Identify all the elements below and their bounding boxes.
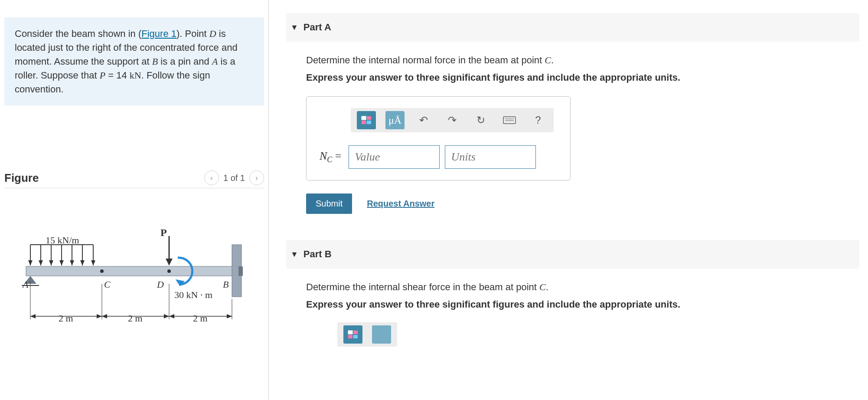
- text: is a pin and: [158, 56, 212, 67]
- part-a-prompt: Determine the internal normal force in t…: [306, 55, 859, 66]
- figure-pager: ‹ 1 of 1 ›: [204, 170, 264, 185]
- part-a-instruction: Express your answer to three significant…: [306, 72, 859, 83]
- text: ). Point: [176, 28, 209, 39]
- template-button[interactable]: [357, 111, 376, 129]
- units-input[interactable]: [445, 145, 536, 169]
- svg-marker-15: [59, 260, 64, 266]
- var-B: B: [152, 56, 158, 67]
- var-P: P: [100, 70, 105, 81]
- text: = 14: [105, 70, 130, 81]
- svg-point-6: [167, 269, 171, 273]
- svg-marker-34: [102, 314, 107, 318]
- chevron-down-icon: ▼: [290, 250, 298, 259]
- figure-title: Figure: [4, 171, 39, 185]
- special-chars-button[interactable]: μÅ: [385, 111, 405, 129]
- svg-rect-0: [26, 266, 234, 276]
- part-b-prompt: Determine the internal shear force in th…: [306, 282, 859, 293]
- svg-rect-2: [238, 266, 243, 276]
- svg-rect-41: [367, 121, 371, 124]
- pager-text: 1 of 1: [223, 173, 245, 183]
- help-button[interactable]: ?: [529, 111, 548, 129]
- svg-point-5: [100, 269, 104, 273]
- part-b-instruction: Express your answer to three significant…: [306, 299, 859, 310]
- value-input[interactable]: [349, 145, 440, 169]
- svg-rect-40: [362, 121, 366, 124]
- part-b-title: Part B: [303, 249, 332, 260]
- svg-rect-45: [348, 331, 352, 334]
- answer-toolbar: μÅ ↶ ↷ ↻ ?: [351, 108, 554, 132]
- submit-button[interactable]: Submit: [306, 193, 352, 214]
- figure-link[interactable]: Figure 1: [141, 28, 176, 39]
- part-b-header[interactable]: ▼ Part B: [286, 240, 859, 269]
- undo-button[interactable]: ↶: [414, 111, 433, 129]
- svg-marker-11: [39, 260, 43, 266]
- svg-rect-42: [503, 117, 516, 124]
- special-chars-button[interactable]: [372, 325, 391, 344]
- answer-toolbar-b: [337, 322, 397, 347]
- svg-rect-39: [367, 116, 371, 120]
- svg-marker-35: [164, 314, 169, 318]
- var-A: A: [212, 56, 218, 67]
- svg-marker-13: [49, 260, 53, 266]
- variable-label: NC =: [320, 150, 343, 164]
- unit-kN: kN: [130, 70, 141, 81]
- chevron-down-icon: ▼: [290, 23, 298, 32]
- part-a-title: Part A: [303, 22, 331, 33]
- svg-marker-23: [166, 259, 173, 266]
- part-a-header[interactable]: ▼ Part A: [286, 13, 859, 42]
- svg-marker-17: [70, 260, 74, 266]
- answer-box: μÅ ↶ ↷ ↻ ? NC =: [306, 96, 571, 180]
- problem-statement: Consider the beam shown in (Figure 1). P…: [4, 17, 264, 105]
- figure-prev-button[interactable]: ‹: [204, 170, 219, 185]
- svg-marker-36: [169, 314, 174, 318]
- svg-marker-19: [80, 260, 85, 266]
- svg-rect-48: [353, 335, 358, 338]
- svg-rect-47: [348, 335, 352, 338]
- figure-header: Figure ‹ 1 of 1 ›: [4, 170, 264, 188]
- beam-figure: 15 kN/m P A C D B 30 kN · m 2 m 2 m 2 m: [4, 219, 264, 400]
- redo-button[interactable]: ↷: [443, 111, 462, 129]
- svg-rect-46: [353, 331, 358, 334]
- keyboard-button[interactable]: [500, 111, 519, 129]
- svg-marker-33: [97, 314, 102, 318]
- svg-marker-37: [227, 314, 232, 318]
- reset-button[interactable]: ↻: [471, 111, 490, 129]
- figure-next-button[interactable]: ›: [249, 170, 264, 185]
- svg-rect-38: [362, 116, 366, 120]
- template-button[interactable]: [343, 325, 362, 344]
- svg-marker-21: [91, 260, 95, 266]
- text: Consider the beam shown in (: [15, 28, 141, 39]
- svg-marker-9: [28, 260, 33, 266]
- request-answer-link[interactable]: Request Answer: [367, 199, 434, 209]
- svg-marker-32: [30, 314, 36, 318]
- var-D: D: [209, 28, 216, 39]
